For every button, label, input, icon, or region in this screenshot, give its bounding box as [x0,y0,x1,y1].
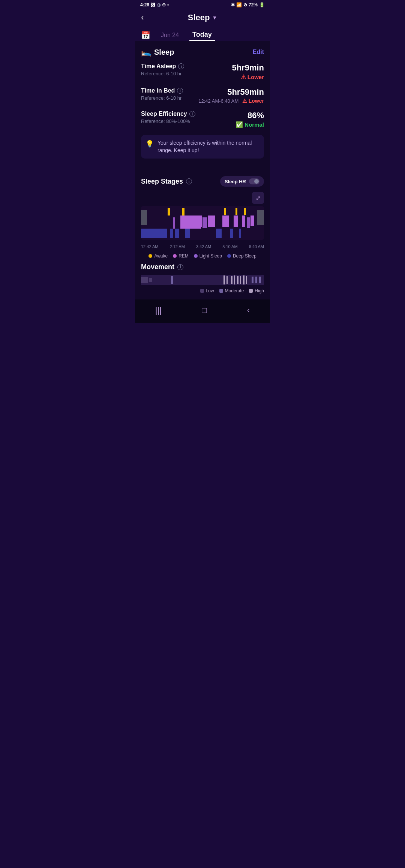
current-date[interactable]: Today [189,29,215,41]
time-in-bed-reference: Reference: 6-10 hr [141,95,183,101]
tip-text: Your sleep efficiency is within the norm… [158,139,260,154]
svg-rect-36 [246,276,247,284]
chart-time-labels: 12:42 AM 2:12 AM 3:42 AM 5:10 AM 6:40 AM [141,243,264,252]
sleep-stages-section: Sleep Stages i Sleep HR ⤢ [135,171,270,263]
svg-rect-1 [141,210,147,225]
sleep-efficiency-status: ✅ Normal [236,121,264,128]
svg-rect-17 [234,216,238,227]
svg-rect-34 [240,276,241,284]
main-content: 🛌 Sleep Edit Time Asleep i Reference: 6-… [135,41,270,299]
sleep-card-title: 🛌 Sleep [141,47,174,57]
svg-rect-2 [141,229,167,238]
svg-rect-15 [224,208,226,215]
expand-icon[interactable]: ⤢ [252,192,264,204]
svg-rect-22 [247,217,250,228]
movement-info-icon[interactable]: i [177,264,183,270]
stages-header: Sleep Stages i Sleep HR [141,176,264,187]
sleep-efficiency-info-icon[interactable]: i [189,111,195,117]
svg-rect-29 [224,275,225,284]
svg-rect-6 [175,229,179,238]
legend-awake: Awake [148,253,168,259]
time-asleep-status: ⚠ Lower [232,73,264,81]
moderate-square [219,289,223,293]
status-bar: 4:26 🖼 ◑ ⊖ • ✱ 📶 ⊘ 72% 🔋 [135,0,270,9]
svg-rect-9 [185,229,190,238]
legend-moderate: Moderate [219,288,244,293]
time-in-bed-info-icon[interactable]: i [177,88,183,94]
warning-icon-2: ⚠ [242,98,247,104]
legend-deep-sleep: Deep Sleep [227,253,256,259]
low-square [200,289,204,293]
date-navigation: 📅 Jun 24 Today [135,27,270,41]
svg-rect-38 [255,277,257,283]
sleep-efficiency-reference: Reference: 80%-100% [141,118,195,124]
svg-rect-35 [243,275,244,284]
sleep-efficiency-value: 86% [236,111,264,120]
status-time: 4:26 🖼 ◑ ⊖ • [140,2,169,7]
stages-chart-svg [141,206,264,240]
legend-high: High [249,288,264,293]
svg-rect-31 [231,276,232,284]
nav-recents-button[interactable]: ||| [148,304,169,317]
high-square [249,289,253,293]
sleep-stages-chart [141,206,264,240]
time-asleep-info-icon[interactable]: i [178,63,184,69]
time-in-bed-label: Time in Bed i [141,87,183,94]
rem-dot [173,254,177,258]
sleep-efficiency-row: Sleep Efficiency i Reference: 80%-100% 8… [141,111,264,128]
tip-icon: 💡 [146,140,154,148]
sleep-efficiency-label: Sleep Efficiency i [141,111,195,117]
expand-button-container: ⤢ [141,192,264,204]
stages-title: Sleep Stages i [141,178,192,186]
ok-icon: ✅ [236,121,243,128]
svg-rect-3 [168,208,170,216]
svg-rect-12 [208,216,215,227]
navigation-bar: ||| □ ‹ [135,299,270,323]
calendar-icon[interactable]: 📅 [141,31,150,40]
sleep-hr-toggle[interactable]: Sleep HR [220,176,264,187]
awake-dot [148,254,152,258]
time-asleep-row: Time Asleep i Reference: 6-10 hr 5hr9min… [141,63,264,81]
svg-rect-39 [259,277,261,283]
svg-rect-30 [226,276,228,284]
svg-rect-19 [239,229,241,238]
time-asleep-label: Time Asleep i [141,63,184,70]
edit-button[interactable]: Edit [253,49,264,55]
movement-chart-svg [141,275,264,285]
tip-box: 💡 Your sleep efficiency is within the no… [141,135,264,159]
svg-rect-16 [230,229,233,238]
page-header: ‹ Sleep ▼ [135,9,270,27]
sleep-icon: 🛌 [141,47,151,57]
prev-date-button[interactable]: Jun 24 [158,30,182,40]
nav-home-button[interactable]: □ [194,304,214,317]
dropdown-arrow-icon[interactable]: ▼ [212,15,217,21]
svg-rect-37 [252,277,254,283]
svg-rect-14 [222,216,229,227]
sleep-card: 🛌 Sleep Edit Time Asleep i Reference: 6-… [135,41,270,171]
deep-sleep-dot [227,254,231,258]
time-in-bed-row: Time in Bed i Reference: 6-10 hr 5hr59mi… [141,87,264,104]
back-button[interactable]: ‹ [141,13,144,22]
svg-rect-13 [216,229,222,238]
header-title: Sleep ▼ [188,13,218,22]
svg-rect-21 [244,208,246,215]
svg-rect-4 [170,229,173,238]
movement-title: Movement i [141,263,264,271]
movement-bar [141,275,264,285]
svg-rect-24 [257,210,264,225]
light-sleep-dot [194,254,198,258]
time-in-bed-value: 5hr59min [198,87,264,97]
svg-rect-26 [141,277,148,283]
sleep-stages-legend: Awake REM Light Sleep Deep Sleep [141,252,264,263]
svg-rect-33 [237,276,238,284]
svg-rect-10 [190,216,202,227]
status-icons: ✱ 📶 ⊘ 72% 🔋 [231,2,265,7]
movement-legend: Low Moderate High [141,288,264,293]
legend-light-sleep: Light Sleep [194,253,222,259]
toggle-knob [254,179,259,184]
stages-info-icon[interactable]: i [186,178,192,184]
svg-rect-20 [242,216,245,227]
toggle-switch[interactable] [249,178,260,184]
divider [141,164,264,164]
nav-back-button[interactable]: ‹ [240,304,257,317]
